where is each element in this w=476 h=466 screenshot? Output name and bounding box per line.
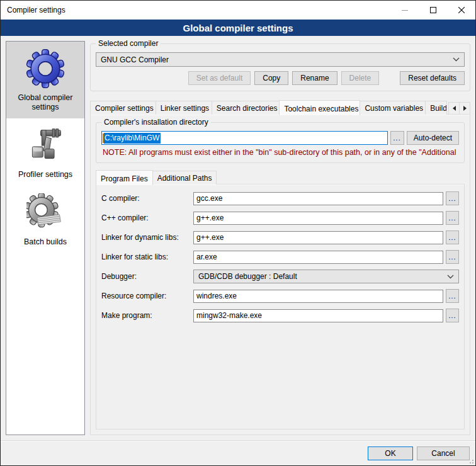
program-files-tabstrip: Program Files Additional Paths (96, 169, 465, 185)
make-program-label: Make program: (101, 311, 191, 320)
tab-search-directories[interactable]: Search directories (212, 101, 280, 115)
triangle-left-icon (453, 106, 456, 111)
c-compiler-row: C compiler: ... (101, 191, 459, 205)
installation-directory-value: C:\raylib\MinGW (104, 133, 161, 144)
ok-button[interactable]: OK (368, 446, 413, 460)
reset-defaults-button[interactable]: Reset defaults (400, 71, 465, 85)
debugger-select-value: GDB/CDB debugger : Default (198, 272, 297, 281)
tab-additional-paths[interactable]: Additional Paths (152, 171, 217, 185)
cpp-compiler-label: C++ compiler: (101, 213, 191, 222)
selected-compiler-group: Selected compiler GNU GCC Compiler Set a… (90, 43, 470, 91)
bin-subdirectory-note: NOTE: All programs must exist either in … (103, 148, 458, 157)
resize-grip[interactable] (467, 457, 473, 463)
dialog-content: Global compiler settings Profiler settin… (1, 36, 475, 440)
debugger-label: Debugger: (101, 272, 191, 281)
installation-directory-row: C:\raylib\MinGW ... Auto-detect (101, 131, 459, 145)
resource-compiler-input[interactable] (193, 290, 443, 303)
debugger-select[interactable]: GDB/CDB debugger : Default (193, 270, 459, 283)
tab-compiler-settings[interactable]: Compiler settings (90, 101, 156, 115)
tab-scroll-right-button[interactable] (459, 102, 470, 115)
dialog-footer: OK Cancel (1, 440, 475, 465)
sidebar-item-label: Profiler settings (18, 170, 72, 179)
sidebar-item-label: Batch builds (24, 237, 67, 247)
static-linker-browse-button[interactable]: ... (446, 250, 459, 264)
tab-program-files[interactable]: Program Files (96, 170, 153, 185)
selected-compiler-group-label: Selected compiler (96, 39, 161, 48)
titlebar: Compiler settings (1, 1, 475, 20)
compiler-select[interactable]: GNU GCC Compiler (96, 52, 465, 67)
close-icon (458, 7, 465, 13)
c-compiler-label: C compiler: (101, 194, 191, 203)
installation-directory-group: Compiler's installation directory C:\ray… (96, 122, 465, 163)
cancel-button[interactable]: Cancel (417, 446, 470, 460)
blue-gear-icon (26, 49, 65, 88)
dynamic-linker-browse-button[interactable]: ... (446, 230, 459, 244)
compiler-actions: Set as default Copy Rename Delete Reset … (96, 71, 465, 85)
cpp-compiler-browse-button[interactable]: ... (446, 211, 459, 225)
c-compiler-browse-button[interactable]: ... (446, 191, 459, 205)
dynamic-linker-row: Linker for dynamic libs: ... (101, 230, 459, 244)
sidebar-item-global-compiler-settings[interactable]: Global compiler settings (6, 42, 84, 118)
sidebar-item-batch-builds[interactable]: Batch builds (6, 186, 84, 253)
batch-builds-gear-icon (26, 193, 64, 232)
toolchain-executables-panel: Compiler's installation directory C:\ray… (90, 114, 470, 435)
sidebar-item-profiler-settings[interactable]: Profiler settings (6, 118, 84, 186)
rename-button[interactable]: Rename (292, 71, 337, 85)
delete-button[interactable]: Delete (341, 71, 380, 85)
minimize-button[interactable] (390, 1, 419, 20)
browse-directory-button[interactable]: ... (390, 131, 404, 145)
program-files-panel: C compiler: ... C++ compiler: ... Linker… (96, 184, 465, 429)
resource-compiler-browse-button[interactable]: ... (446, 289, 459, 303)
installation-directory-input[interactable]: C:\raylib\MinGW (101, 131, 388, 145)
window-title: Compiler settings (1, 6, 390, 14)
chevron-down-icon (447, 275, 454, 279)
static-linker-input[interactable] (193, 251, 443, 264)
tab-build-options[interactable]: Build options (425, 101, 447, 115)
maximize-icon (430, 7, 436, 13)
auto-detect-button[interactable]: Auto-detect (407, 131, 459, 145)
maximize-button[interactable] (419, 1, 447, 20)
set-as-default-button[interactable]: Set as default (188, 71, 251, 85)
dialog-banner: Global compiler settings (1, 20, 475, 36)
settings-tabstrip: Compiler settings Linker settings Search… (90, 99, 470, 115)
profiler-caliper-icon (26, 126, 64, 165)
resource-compiler-label: Resource compiler: (101, 292, 191, 300)
dynamic-linker-input[interactable] (193, 231, 443, 244)
close-button[interactable] (447, 1, 475, 20)
compiler-select-value: GNU GCC Compiler (101, 55, 169, 64)
triangle-right-icon (463, 106, 467, 111)
cpp-compiler-input[interactable] (193, 212, 443, 225)
static-linker-label: Linker for static libs: (101, 253, 191, 261)
copy-button[interactable]: Copy (254, 71, 288, 85)
settings-category-list: Global compiler settings Profiler settin… (6, 41, 85, 435)
banner-title: Global compiler settings (183, 23, 293, 33)
installation-directory-group-label: Compiler's installation directory (101, 118, 211, 127)
cpp-compiler-row: C++ compiler: ... (101, 211, 459, 225)
make-program-browse-button[interactable]: ... (446, 309, 459, 322)
tab-custom-variables[interactable]: Custom variables (360, 101, 426, 115)
main-panel: Selected compiler GNU GCC Compiler Set a… (90, 41, 470, 435)
compiler-settings-dialog: Compiler settings Global compiler settin… (0, 0, 476, 466)
make-program-row: Make program: ... (101, 309, 459, 322)
resource-compiler-row: Resource compiler: ... (101, 289, 459, 303)
tab-scroll-buttons (449, 102, 470, 115)
sidebar-item-label: Global compiler settings (9, 93, 82, 112)
tab-linker-settings[interactable]: Linker settings (156, 101, 212, 115)
make-program-input[interactable] (193, 309, 443, 322)
chevron-down-icon (453, 57, 460, 62)
tab-toolchain-executables[interactable]: Toolchain executables (279, 100, 360, 115)
tab-scroll-left-button[interactable] (448, 102, 460, 115)
dynamic-linker-label: Linker for dynamic libs: (101, 233, 191, 242)
c-compiler-input[interactable] (193, 192, 443, 205)
static-linker-row: Linker for static libs: ... (101, 250, 459, 264)
minimize-icon (402, 10, 408, 11)
debugger-row: Debugger: GDB/CDB debugger : Default (101, 270, 459, 283)
